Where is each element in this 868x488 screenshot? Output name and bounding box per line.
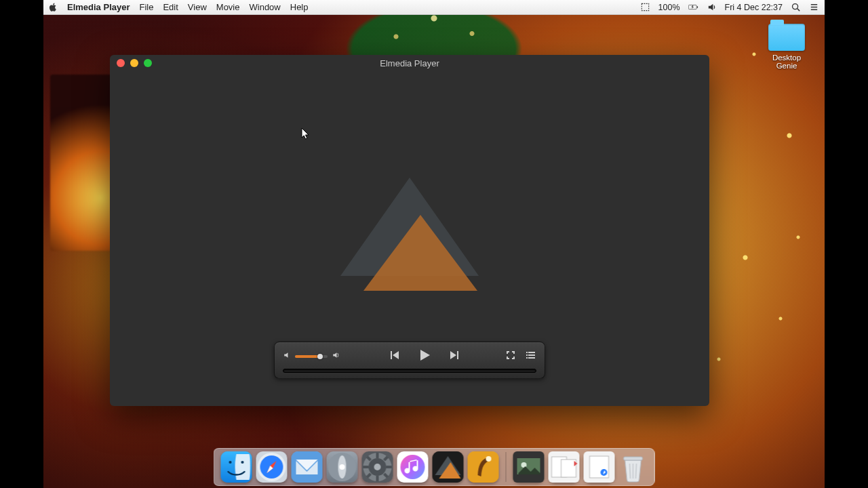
dock-app-garageband[interactable] — [468, 451, 499, 483]
desktop: Elmedia Player File Edit View Movie Wind… — [43, 0, 825, 488]
dock — [214, 448, 655, 486]
svg-point-8 — [229, 461, 232, 464]
playlist-button[interactable] — [526, 350, 536, 363]
menu-window[interactable]: Window — [250, 2, 281, 12]
menu-help[interactable]: Help — [290, 2, 309, 12]
battery-icon[interactable] — [688, 2, 698, 12]
svg-point-9 — [241, 461, 244, 464]
volume-up-button[interactable] — [332, 351, 340, 361]
folder-icon — [768, 24, 805, 51]
window-titlebar[interactable]: Elmedia Player — [110, 55, 709, 71]
elmedia-logo — [335, 174, 484, 303]
menu-edit[interactable]: Edit — [163, 2, 178, 12]
menu-view[interactable]: View — [188, 2, 207, 12]
volume-icon[interactable] — [707, 2, 717, 12]
svg-point-31 — [401, 455, 425, 479]
svg-point-36 — [486, 456, 492, 462]
svg-point-29 — [374, 464, 381, 470]
play-button[interactable] — [416, 347, 433, 365]
apple-menu[interactable] — [49, 3, 58, 12]
svg-point-18 — [340, 464, 345, 470]
svg-rect-35 — [468, 451, 499, 483]
spotlight-icon[interactable] — [791, 2, 801, 12]
volume-fill — [295, 355, 320, 358]
volume-thumb[interactable] — [317, 354, 323, 359]
dock-app-itunes[interactable] — [397, 451, 429, 483]
menubar-datetime[interactable]: Fri 4 Dec 22:37 — [725, 3, 783, 12]
notification-center-icon[interactable] — [809, 2, 819, 12]
svg-rect-42 — [561, 460, 576, 477]
battery-percentage: 100% — [658, 3, 680, 12]
dock-app-mail[interactable] — [292, 451, 323, 483]
dock-app-finder[interactable] — [221, 451, 252, 483]
volume-mute-button[interactable] — [283, 351, 291, 361]
menubar: Elmedia Player File Edit View Movie Wind… — [43, 0, 825, 15]
menu-movie[interactable]: Movie — [216, 2, 240, 12]
dock-separator — [506, 452, 507, 482]
dock-tray-contacts[interactable] — [549, 451, 580, 483]
volume-slider[interactable] — [295, 355, 328, 358]
svg-point-3 — [793, 4, 798, 9]
svg-rect-48 — [624, 457, 643, 460]
seek-bar[interactable] — [283, 369, 536, 373]
svg-line-4 — [797, 9, 800, 11]
fullscreen-button[interactable] — [505, 350, 516, 363]
window-title: Elmedia Player — [110, 58, 709, 68]
playback-controls — [274, 342, 545, 379]
dock-app-safari[interactable] — [256, 451, 288, 483]
elmedia-window: Elmedia Player — [110, 55, 709, 406]
previous-button[interactable] — [388, 349, 400, 363]
next-button[interactable] — [449, 349, 461, 363]
desktop-folder-label: Desktop Genie — [762, 54, 811, 70]
dock-tray-preview[interactable] — [513, 451, 545, 483]
menu-file[interactable]: File — [140, 2, 154, 12]
dock-app-launchpad[interactable] — [327, 451, 358, 483]
screenshot-tool-icon[interactable] — [640, 2, 650, 12]
svg-rect-0 — [642, 3, 648, 10]
dock-app-elmedia[interactable] — [433, 451, 464, 483]
dock-app-system-preferences[interactable] — [362, 451, 393, 483]
desktop-folder[interactable]: Desktop Genie — [762, 24, 811, 70]
svg-rect-2 — [696, 6, 697, 8]
dock-tray-document[interactable] — [584, 451, 615, 483]
dock-trash[interactable] — [619, 451, 648, 483]
menubar-app-name[interactable]: Elmedia Player — [67, 2, 130, 12]
